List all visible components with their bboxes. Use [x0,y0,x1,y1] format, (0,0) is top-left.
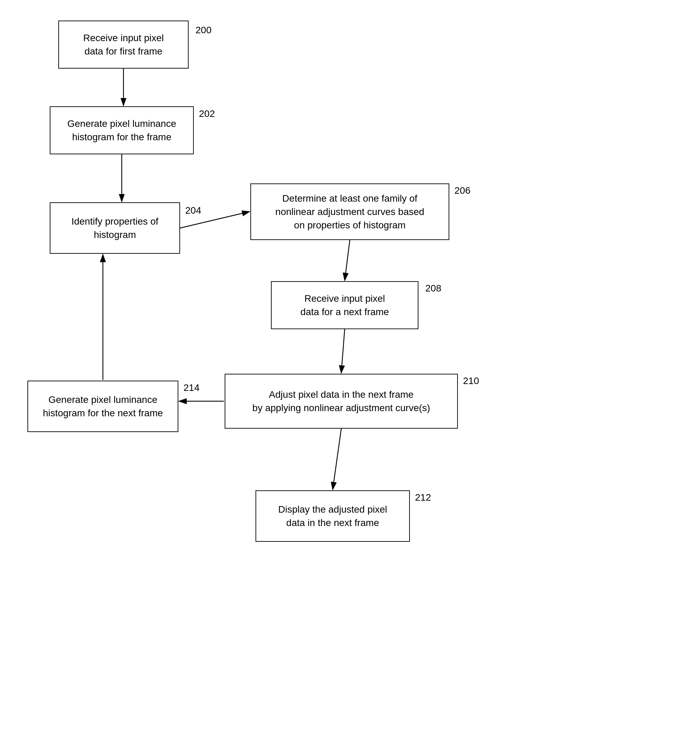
box-210: Adjust pixel data in the next frameby ap… [225,374,458,429]
label-212: 212 [415,492,431,503]
svg-line-8 [333,429,341,490]
box-212: Display the adjusted pixeldata in the ne… [256,490,410,542]
diagram-container: Receive input pixeldata for first frame … [0,0,700,741]
svg-line-4 [345,240,350,281]
label-200: 200 [196,25,212,36]
label-206: 206 [454,185,471,196]
label-214: 214 [184,382,200,393]
box-202: Generate pixel luminancehistogram for th… [50,106,194,154]
box-214: Generate pixel luminancehistogram for th… [28,381,178,432]
label-210: 210 [463,375,479,387]
box-206: Determine at least one family ofnonlinea… [250,184,449,240]
box-204: Identify properties ofhistogram [50,202,180,254]
box-208: Receive input pixeldata for a next frame [271,281,418,329]
box-200: Receive input pixeldata for first frame [58,21,189,69]
label-208: 208 [425,283,441,294]
label-202: 202 [199,108,215,119]
svg-line-5 [341,329,345,373]
label-204: 204 [185,205,201,216]
